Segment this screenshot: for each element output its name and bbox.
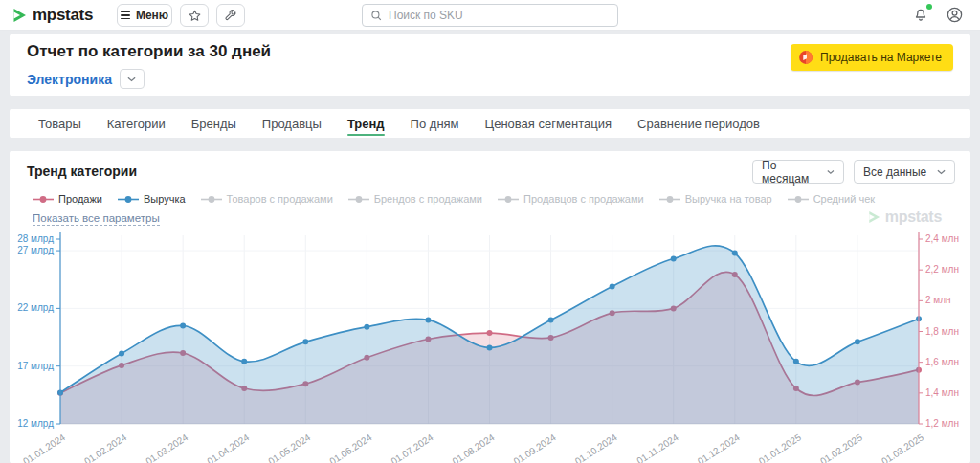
x-axis-label: 01.10.2024 <box>573 431 619 463</box>
search-icon <box>370 10 383 22</box>
left-axis-label: 28 млрд <box>17 233 54 244</box>
report-tabs-card: ТоварыКатегорииБрендыПродавцыТрендПо дня… <box>10 109 970 138</box>
x-axis-label: 01.12.2024 <box>696 431 742 463</box>
x-axis-label: 01.11.2024 <box>635 431 680 463</box>
mpstats-logo-icon <box>12 8 27 23</box>
legend-marker-icon <box>33 195 54 204</box>
tab-3[interactable]: Продавцы <box>262 109 322 138</box>
x-axis-label: 01.09.2024 <box>512 431 558 463</box>
legend-item-tovarov[interactable]: Товаров с продажами <box>201 193 333 205</box>
data-point-vyruchka[interactable] <box>119 350 124 356</box>
brand-name: mpstats <box>33 6 93 25</box>
legend-label: Товаров с продажами <box>227 193 333 205</box>
favorites-button[interactable] <box>180 4 209 27</box>
left-axis-label: 27 млрд <box>17 245 54 255</box>
tab-6[interactable]: Ценовая сегментация <box>485 109 612 138</box>
right-axis-label: 1,4 млн <box>925 387 959 398</box>
legend-marker-icon <box>348 195 369 204</box>
menu-button[interactable]: Меню <box>117 4 172 27</box>
legend-marker-icon <box>201 195 222 204</box>
data-point-vyruchka[interactable] <box>855 339 860 344</box>
data-point-vyruchka[interactable] <box>364 324 369 330</box>
legend-item-brendov[interactable]: Брендов с продажами <box>348 193 482 205</box>
legend-label: Средний чек <box>813 193 875 205</box>
menu-button-label: Меню <box>136 9 168 22</box>
period-select[interactable]: По месяцам <box>752 160 844 184</box>
right-axis-label: 1,8 млн <box>925 326 959 337</box>
legend-item-vyruchka[interactable]: Выручка <box>118 193 186 205</box>
top-header: mpstats Меню <box>0 0 980 31</box>
legend-marker-icon <box>118 195 139 204</box>
profile-button[interactable] <box>946 6 965 25</box>
data-point-vyruchka[interactable] <box>425 317 431 322</box>
chart-controls: По месяцам Все данные <box>752 160 955 184</box>
panel-title: Тренд категории <box>27 164 137 179</box>
x-axis-label: 01.03.2025 <box>880 431 925 463</box>
x-axis-label: 01.01.2025 <box>757 431 803 463</box>
chevron-down-icon <box>827 169 835 175</box>
sell-on-market-button[interactable]: Продавать на Маркете <box>791 44 953 71</box>
right-axis-label: 1,2 млн <box>925 418 959 429</box>
x-axis-label: 01.02.2024 <box>82 431 128 463</box>
tab-2[interactable]: Бренды <box>191 109 236 138</box>
data-point-vyruchka[interactable] <box>241 359 247 364</box>
category-link[interactable]: Электроника <box>27 72 112 87</box>
legend-marker-icon <box>659 195 680 204</box>
data-point-vyruchka[interactable] <box>732 250 738 255</box>
brand-logo[interactable]: mpstats <box>12 6 93 25</box>
user-icon <box>946 6 964 24</box>
search-input[interactable] <box>389 9 610 22</box>
legend-label: Продавцов с продажами <box>523 193 644 205</box>
x-axis-label: 01.02.2025 <box>818 431 864 463</box>
trend-chart[interactable]: 28 млрд27 млрд22 млрд17 млрд12 млрд2,4 м… <box>17 224 970 463</box>
tab-4[interactable]: Тренд <box>347 109 385 138</box>
legend-label: Выручка <box>144 193 186 205</box>
legend-item-sredniy-chek[interactable]: Средний чек <box>788 193 875 205</box>
tools-button[interactable] <box>216 4 245 27</box>
x-axis-label: 01.04.2024 <box>205 431 251 463</box>
data-range-select-value: Все данные <box>863 165 926 179</box>
notification-dot <box>926 4 932 10</box>
data-point-vyruchka[interactable] <box>548 317 554 322</box>
left-axis-label: 22 млрд <box>17 302 54 313</box>
tab-0[interactable]: Товары <box>38 109 81 138</box>
data-point-vyruchka[interactable] <box>302 339 308 344</box>
legend-item-prodazhi[interactable]: Продажи <box>33 193 102 205</box>
notifications-button[interactable] <box>912 6 931 25</box>
x-axis-label: 01.03.2024 <box>144 431 189 463</box>
category-selector: Электроника <box>27 69 145 89</box>
data-point-vyruchka[interactable] <box>610 283 615 289</box>
data-point-vyruchka[interactable] <box>671 256 677 262</box>
chart-area: 28 млрд27 млрд22 млрд17 млрд12 млрд2,4 м… <box>17 224 970 463</box>
legend-item-prodavcov[interactable]: Продавцов с продажами <box>498 193 644 205</box>
data-point-vyruchka[interactable] <box>487 344 493 350</box>
report-header-card: Отчет по категории за 30 дней Электроник… <box>10 34 970 96</box>
category-dropdown-button[interactable] <box>120 69 145 89</box>
trend-panel: Тренд категории По месяцам Все данные Пр… <box>10 151 970 463</box>
data-point-prodazhi[interactable] <box>487 330 493 336</box>
sell-on-market-label: Продавать на Маркете <box>820 51 942 64</box>
x-axis-label: 01.07.2024 <box>390 431 435 463</box>
mpstats-logo-icon <box>868 210 880 224</box>
tab-1[interactable]: Категории <box>107 109 166 138</box>
sku-search[interactable] <box>362 4 618 27</box>
chart-legend: ПродажиВыручкаТоваров с продажамиБрендов… <box>33 193 875 205</box>
legend-marker-icon <box>788 195 809 204</box>
left-axis-label: 17 млрд <box>17 361 54 371</box>
x-axis-label: 01.05.2024 <box>266 431 312 463</box>
legend-item-vyruchka-na-tovar[interactable]: Выручка на товар <box>659 193 772 205</box>
tab-5[interactable]: По дням <box>411 109 459 138</box>
page-title: Отчет по категории за 30 дней <box>27 42 271 61</box>
legend-marker-icon <box>498 195 519 204</box>
star-icon <box>188 9 202 23</box>
x-axis-label: 01.08.2024 <box>451 431 497 463</box>
data-point-vyruchka[interactable] <box>793 359 799 364</box>
report-tabs: ТоварыКатегорииБрендыПродавцыТрендПо дня… <box>10 109 970 138</box>
chevron-down-icon <box>937 169 946 175</box>
data-range-select[interactable]: Все данные <box>854 160 955 184</box>
legend-label: Продажи <box>58 193 102 205</box>
right-axis-label: 2,2 млн <box>925 264 959 275</box>
wrench-icon <box>224 9 237 22</box>
tab-7[interactable]: Сравнение периодов <box>637 109 760 138</box>
data-point-vyruchka[interactable] <box>180 322 186 328</box>
